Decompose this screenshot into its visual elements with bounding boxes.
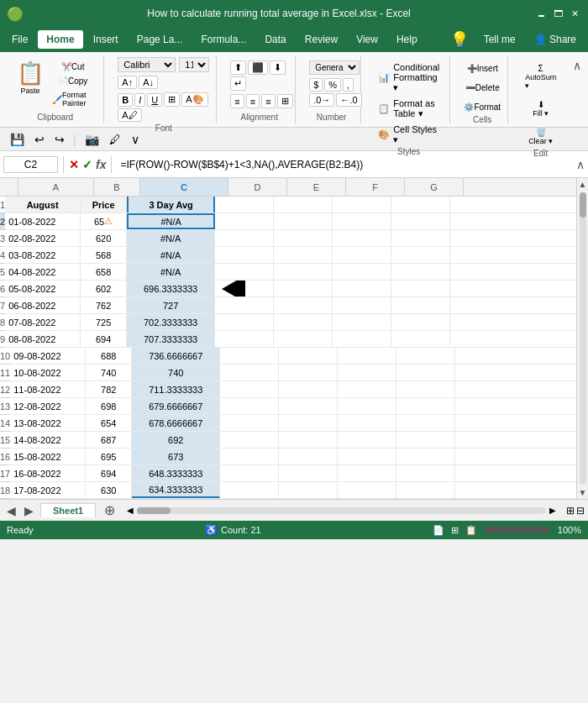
cell-f6[interactable] (333, 281, 391, 296)
cell-e9[interactable] (274, 331, 333, 347)
cell-reference-box[interactable] (3, 156, 58, 173)
cell-f1[interactable] (333, 197, 391, 212)
cell-f12[interactable] (338, 381, 396, 397)
cell-e10[interactable] (279, 348, 338, 364)
sheet-tab-sheet1[interactable]: Sheet1 (40, 503, 96, 517)
bold-button[interactable]: B (118, 93, 133, 107)
cell-f5[interactable] (333, 264, 391, 280)
cell-a3[interactable]: 02-08-2022 (5, 230, 81, 246)
cell-d9[interactable] (215, 331, 274, 347)
fill-button[interactable]: ⬇ Fill ▾ (528, 97, 554, 121)
cell-c14[interactable]: 678.6666667 (132, 415, 220, 431)
cell-f3[interactable] (333, 230, 391, 246)
h-scroll-thumb[interactable] (137, 507, 171, 514)
cell-a10[interactable]: 09-08-2022 (10, 348, 86, 364)
cell-g5[interactable] (391, 264, 450, 280)
cell-g14[interactable] (396, 415, 455, 431)
cell-e4[interactable] (274, 247, 333, 263)
col-header-b[interactable]: B (94, 178, 140, 196)
cell-b6[interactable]: 602 (81, 281, 127, 296)
cell-g18[interactable] (396, 482, 455, 498)
add-sheet-button[interactable]: ⊕ (99, 502, 120, 518)
cell-g10[interactable] (396, 348, 455, 364)
cell-b1[interactable]: Price (81, 197, 127, 212)
cell-e12[interactable] (279, 381, 338, 397)
italic-button[interactable]: I (134, 93, 145, 107)
cell-d13[interactable] (220, 398, 279, 414)
cell-c15[interactable]: 692 (132, 432, 220, 448)
cell-a12[interactable]: 11-08-2022 (10, 381, 86, 397)
normal-view-button[interactable]: ⊟ (576, 505, 585, 517)
cell-c12[interactable]: 711.3333333 (132, 381, 220, 397)
screenshot-button[interactable]: 📷 (81, 131, 102, 148)
more-toolbar-button[interactable]: ∨ (128, 131, 143, 148)
maximize-button[interactable]: 🗖 (551, 7, 564, 20)
cell-d14[interactable] (220, 415, 279, 431)
cell-f9[interactable] (333, 331, 391, 347)
percent-button[interactable]: % (324, 78, 341, 92)
cell-a14[interactable]: 13-08-2022 (10, 415, 86, 431)
cell-b7[interactable]: 762 (81, 297, 127, 313)
cell-a2[interactable]: 01-08-2022 (5, 213, 81, 229)
col-header-g[interactable]: G (405, 178, 464, 196)
cell-a16[interactable]: 15-08-2022 (10, 449, 86, 464)
cell-a17[interactable]: 16-08-2022 (10, 465, 86, 481)
font-name-select[interactable]: Calibri (118, 57, 176, 72)
cell-e7[interactable] (274, 297, 333, 313)
page-layout-view-button[interactable]: ⊞ (566, 505, 575, 517)
fill-color-button[interactable]: A🎨 (181, 92, 207, 107)
cell-g6[interactable] (391, 281, 450, 296)
cell-c3[interactable]: #N/A (127, 230, 215, 246)
cell-f8[interactable] (333, 314, 391, 330)
cell-a1[interactable]: August (5, 197, 81, 212)
currency-button[interactable]: $ (309, 78, 323, 92)
cell-d12[interactable] (220, 381, 279, 397)
minimize-button[interactable]: 🗕 (534, 7, 548, 20)
cell-c8[interactable]: 702.3333333 (127, 314, 215, 330)
cell-b4[interactable]: 568 (81, 247, 127, 263)
scroll-up-button[interactable]: ▲ (577, 178, 588, 191)
cell-g9[interactable] (391, 331, 450, 347)
undo-button[interactable]: ↩ (31, 131, 48, 148)
cell-e6[interactable] (274, 281, 333, 296)
menu-data[interactable]: Data (256, 30, 294, 49)
cell-e8[interactable] (274, 314, 333, 330)
decrease-decimal-button[interactable]: ←.0 (336, 93, 361, 107)
cell-a4[interactable]: 03-08-2022 (5, 247, 81, 263)
border-button[interactable]: ⊞ (164, 92, 180, 107)
cell-a8[interactable]: 07-08-2022 (5, 314, 81, 330)
cell-a6[interactable]: 05-08-2022 (5, 281, 81, 296)
tell-me[interactable]: Tell me (475, 30, 524, 49)
cell-f10[interactable] (338, 348, 396, 364)
delete-cells-button[interactable]: ➖ Delete (460, 80, 505, 96)
cell-f18[interactable] (338, 482, 396, 498)
cell-a13[interactable]: 12-08-2022 (10, 398, 86, 414)
insert-cells-button[interactable]: ➕ Insert (462, 60, 503, 76)
cell-f17[interactable] (338, 465, 396, 481)
increase-decimal-button[interactable]: .0→ (309, 93, 334, 107)
cancel-formula-icon[interactable]: ✕ (69, 158, 79, 171)
cell-d1[interactable] (215, 197, 274, 212)
cell-e13[interactable] (279, 398, 338, 414)
h-scroll-right[interactable]: ▶ (549, 506, 556, 515)
cell-b10[interactable]: 688 (86, 348, 132, 364)
cell-a18[interactable]: 17-08-2022 (10, 482, 86, 498)
col-header-d[interactable]: D (228, 178, 287, 196)
cell-d15[interactable] (220, 432, 279, 448)
h-scroll-track[interactable] (137, 507, 546, 514)
comma-button[interactable]: , (343, 78, 354, 92)
cell-c10[interactable]: 736.6666667 (132, 348, 220, 364)
cell-e14[interactable] (279, 415, 338, 431)
cell-e5[interactable] (274, 264, 333, 280)
cell-e16[interactable] (279, 449, 338, 464)
decrease-font-button[interactable]: A↓ (139, 76, 158, 89)
scroll-track[interactable] (580, 192, 586, 485)
font-size-select[interactable]: 11 (179, 57, 209, 72)
share-button[interactable]: 👤 Share (526, 30, 585, 49)
cell-f13[interactable] (338, 398, 396, 414)
cell-g11[interactable] (396, 365, 455, 380)
cell-d4[interactable] (215, 247, 274, 263)
format-as-table-button[interactable]: 📋 Format as Table ▾ (375, 97, 443, 121)
cell-f15[interactable] (338, 432, 396, 448)
menu-insert[interactable]: Insert (85, 30, 127, 49)
